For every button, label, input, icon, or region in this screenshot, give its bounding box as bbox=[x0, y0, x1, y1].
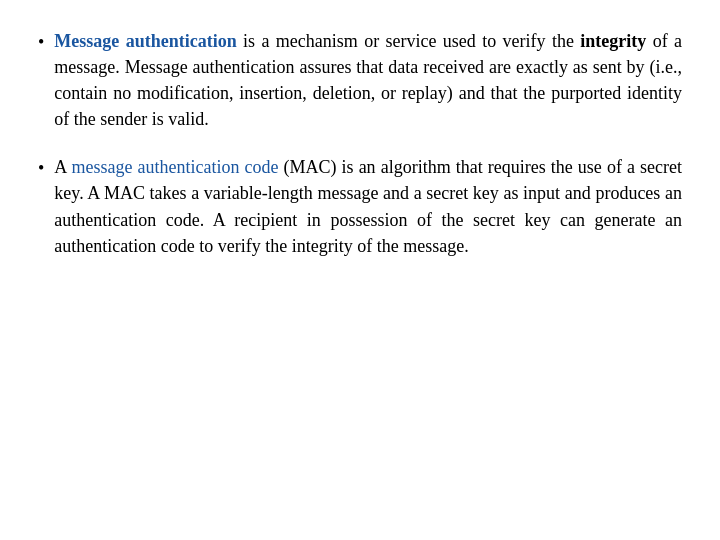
bullet-dot: • bbox=[38, 29, 44, 55]
list-item: • A message authentication code (MAC) is… bbox=[38, 154, 682, 258]
text-segment: A bbox=[54, 157, 71, 177]
bullet-list: • Message authentication is a mechanism … bbox=[38, 28, 682, 259]
term-mac: message authentication code bbox=[71, 157, 278, 177]
main-content: • Message authentication is a mechanism … bbox=[0, 0, 720, 309]
list-item: • Message authentication is a mechanism … bbox=[38, 28, 682, 132]
bullet-text-2: A message authentication code (MAC) is a… bbox=[54, 154, 682, 258]
term-message-authentication: Message authentication bbox=[54, 31, 236, 51]
term-integrity: integrity bbox=[580, 31, 646, 51]
bullet-dot: • bbox=[38, 155, 44, 181]
text-segment: is a mechanism or service used to verify… bbox=[243, 31, 580, 51]
bullet-text-1: Message authentication is a mechanism or… bbox=[54, 28, 682, 132]
